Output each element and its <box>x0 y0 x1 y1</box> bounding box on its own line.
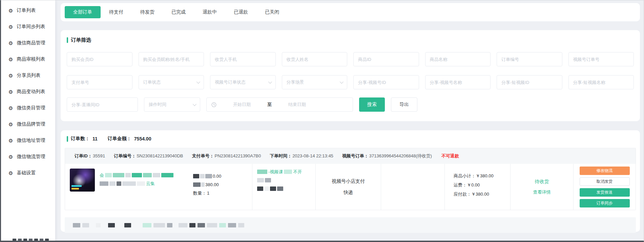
share-channels-name-input[interactable] <box>425 75 491 89</box>
sidebar-item-wechat-address[interactable]: ⚙ 微信地址管理 <box>1 132 55 149</box>
status-badge: 待收货 <box>535 179 549 185</box>
view-detail-link[interactable]: 查看详情 <box>533 189 551 195</box>
select-placeholder: 操作时间 <box>149 102 166 108</box>
order-meta-header: 订单ID：35591 订单编号：SN23081422139040DB 支付单号：… <box>65 148 636 164</box>
sidebar-item-product-review[interactable]: ⚙ 商品审核列表 <box>1 51 55 67</box>
paid-fragment: 380.00 <box>205 180 219 189</box>
payment-no-input[interactable] <box>67 75 132 89</box>
tab-pending-shipment[interactable]: 待发货 <box>132 6 163 18</box>
price-info: 0.00 380.00 数量：1 <box>193 169 221 205</box>
sidebar-item-wechat-product[interactable]: ⚙ 微信商品管理 <box>1 35 55 51</box>
chevron-down-icon <box>193 102 196 106</box>
gear-icon: ⚙ <box>8 122 13 127</box>
share-short-video-name-input[interactable] <box>568 75 634 89</box>
unit-price-masked: 0.00 <box>193 172 221 180</box>
gear-icon: ⚙ <box>8 8 13 13</box>
channels-order-status-select[interactable]: 视频号订单状态 <box>210 75 276 89</box>
tab-refunded[interactable]: 已退款 <box>225 6 256 18</box>
sidebar-item-label: 微信物流管理 <box>17 154 45 160</box>
sidebar-item-wechat-brand[interactable]: ⚙ 微信品牌管理 <box>1 116 55 132</box>
amount-cell: 商品小计：￥380.00 运费：￥0.00 应付款：￥380.00 <box>444 164 510 210</box>
order-no: 订单编号：SN23081422139040DB <box>114 153 183 159</box>
masked-text-fragment: 不开 <box>293 169 302 175</box>
product-id-input[interactable] <box>353 52 419 66</box>
freight-line: 运费：￥0.00 <box>454 180 510 190</box>
modify-logistics-button[interactable]: 修改物流 <box>580 167 630 175</box>
cancel-shipment-button[interactable]: 取消发货 <box>580 177 630 186</box>
order-filter-panel: 订单筛选 订单状态 视频号订单状态 <box>61 30 640 121</box>
channels-order-no-input[interactable] <box>568 52 634 66</box>
payable-line: 应付款：￥380.00 <box>454 190 510 199</box>
order-row: 订单ID：35591 订单编号：SN23081422139040DB 支付单号：… <box>65 148 636 210</box>
tab-all-orders[interactable]: 全部订单 <box>65 6 101 18</box>
payment-method: 视频号小店支付 <box>332 178 365 184</box>
export-button[interactable]: 导出 <box>391 97 417 112</box>
filter-section-title: 订单筛选 <box>67 37 634 43</box>
search-button[interactable]: 搜索 <box>359 97 385 112</box>
receiver-name-input[interactable] <box>282 52 348 66</box>
order-no-input[interactable] <box>497 52 562 66</box>
sidebar-item-label: 商品变动列表 <box>17 89 45 95</box>
payment-method-cell: 视频号小店支付 快递 <box>315 164 381 210</box>
tab-closed[interactable]: 已关闭 <box>256 6 288 18</box>
select-placeholder: 订单状态 <box>143 79 161 85</box>
sidebar-item-order-list[interactable]: ⚙ 订单列表 <box>1 2 55 19</box>
masked-text-fragment: 云集 <box>146 181 155 187</box>
share-live-room-id-input[interactable] <box>67 97 138 112</box>
order-status-select[interactable]: 订单状态 <box>139 75 204 89</box>
channels-order-no: 视频号订单：3713639964544206848(待收货) <box>342 153 432 159</box>
order-results-panel: 订单数： 11 订单金额： 7554.00 订单ID：35591 订单编号：SN… <box>61 130 640 232</box>
product-name-input[interactable] <box>425 52 491 66</box>
share-channels-id-input[interactable] <box>353 75 419 89</box>
gear-icon: ⚙ <box>8 41 13 46</box>
gear-icon: ⚙ <box>8 138 13 143</box>
date-range-picker[interactable]: 开始日期 至 结束日期 <box>206 97 353 112</box>
order-summary: 订单数： 11 订单金额： 7554.00 <box>65 136 636 142</box>
sidebar-item-clipped <box>13 239 49 242</box>
gear-icon: ⚙ <box>8 154 13 159</box>
price-fragment: 0.00 <box>213 172 221 180</box>
order-sync-button[interactable]: 订单同步 <box>580 199 630 207</box>
actions-cell: 修改物流 取消发货 发货推送 订单同步 <box>573 164 636 210</box>
order-count-value: 11 <box>92 136 98 141</box>
delivery-method: 快递 <box>344 190 353 196</box>
masked-text-fragment: -视频课 <box>268 169 283 175</box>
main-content: 全部订单 待支付 待发货 已完成 退款中 已退款 已关闭 订单筛选 <box>55 0 644 241</box>
receiver-phone-input[interactable] <box>210 52 276 66</box>
share-short-video-id-input[interactable] <box>497 75 562 89</box>
quantity-line: 数量：1 <box>193 189 221 197</box>
tab-pending-payment[interactable]: 待支付 <box>101 6 132 18</box>
chevron-down-icon <box>268 80 272 84</box>
gear-icon: ⚙ <box>8 24 13 29</box>
chevron-down-icon <box>196 80 200 84</box>
order-admin-page: ⚙ 订单列表 ⚙ 订单同步列表 ⚙ 微信商品管理 ⚙ 商品审核列表 ⚙ 分享员列… <box>0 0 644 242</box>
sidebar-item-order-sync-list[interactable]: ⚙ 订单同步列表 <box>1 19 55 35</box>
buyer-name-phone-input[interactable] <box>139 52 204 66</box>
product-image <box>70 169 95 192</box>
shipment-push-button[interactable]: 发货推送 <box>580 188 630 197</box>
tab-completed[interactable]: 已完成 <box>163 6 194 18</box>
buyer-member-id-input[interactable] <box>67 52 132 66</box>
share-scene-select[interactable]: 分享场景 <box>282 75 348 89</box>
tab-refunding[interactable]: 退款中 <box>194 6 225 18</box>
sidebar-item-wechat-logistics[interactable]: ⚙ 微信物流管理 <box>1 149 55 165</box>
quantity-value: 1 <box>207 189 209 197</box>
sidebar-item-product-change[interactable]: ⚙ 商品变动列表 <box>1 84 55 100</box>
sidebar-item-wechat-category[interactable]: ⚙ 微信类目管理 <box>1 100 55 116</box>
masked-text-fragment: 会 <box>100 172 104 178</box>
operate-time-select[interactable]: 操作时间 <box>144 97 200 112</box>
filter-row-3: 操作时间 开始日期 至 结束日期 搜索 导出 <box>67 97 634 112</box>
date-start-placeholder: 开始日期 <box>220 102 264 108</box>
freight-value: ￥0.00 <box>467 182 480 188</box>
order-amount-value: 7554.00 <box>134 136 151 141</box>
subtotal-value: ￥380.00 <box>476 173 494 178</box>
select-placeholder: 视频号订单状态 <box>215 79 246 85</box>
buyer-info-masked-cell: -视频课 不开 <box>252 164 315 210</box>
filter-title-text: 订单筛选 <box>71 37 91 43</box>
sidebar-item-sharer-list[interactable]: ⚙ 分享员列表 <box>1 67 55 84</box>
clock-icon <box>211 102 216 107</box>
sidebar-item-label: 分享员列表 <box>17 72 40 79</box>
sidebar-item-basic-settings[interactable]: ⚙ 基础设置 <box>1 165 55 181</box>
empty-cell <box>381 164 444 210</box>
sidebar-item-label: 微信商品管理 <box>17 40 45 46</box>
